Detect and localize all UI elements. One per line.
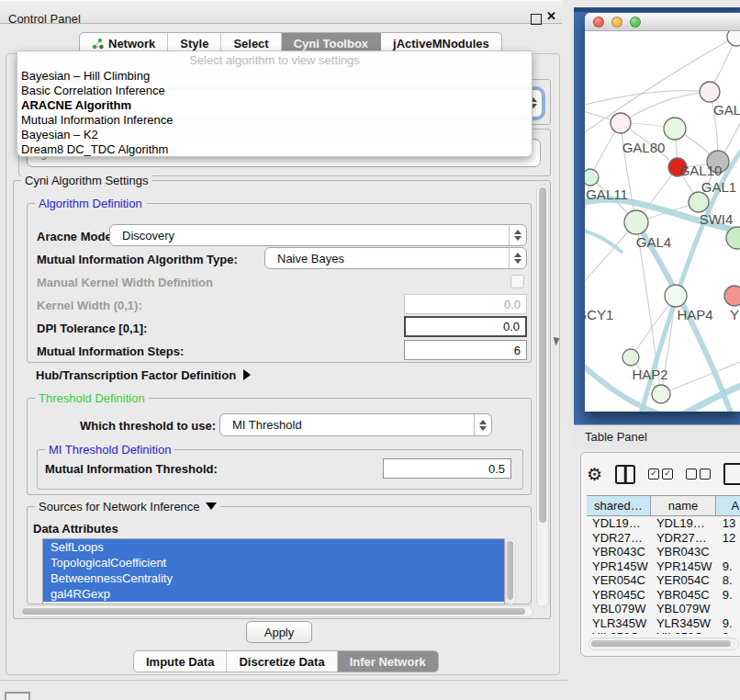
table-cell: YPR145W [587, 559, 651, 574]
hub-definition-label: Hub/Transcription Factor Definition [36, 368, 236, 382]
mi-threshold-field[interactable]: 0.5 [383, 458, 511, 479]
mi-steps-value: 6 [514, 344, 521, 357]
mi-steps-field[interactable]: 6 [404, 340, 527, 360]
settings-vertical-scrollbar[interactable] [536, 185, 549, 607]
apply-button[interactable]: Apply [246, 621, 312, 643]
cyni-settings-title: Cyni Algorithm Settings [21, 174, 151, 187]
table-cell: YLR345W [651, 616, 717, 631]
mi-type-value: Naive Bayes [277, 252, 344, 265]
table-row[interactable]: YDL19…YDL19…13 [587, 516, 740, 531]
checked-boxes-icon[interactable]: ✓✓ [648, 469, 673, 480]
data-attributes-list[interactable]: SelfLoopsTopologicalCoefficientBetweenne… [42, 538, 505, 604]
dropdown-item[interactable]: ARACNE Algorithm [17, 98, 532, 113]
unchecked-boxes-icon[interactable] [686, 469, 711, 480]
dpi-tolerance-label: DPI Tolerance [0,1]: [37, 322, 147, 335]
column-header[interactable]: shared… [587, 496, 651, 515]
table-row[interactable]: YBR043CYBR043C [587, 545, 740, 559]
expand-right-icon [243, 369, 251, 380]
network-edge-thick [585, 229, 622, 252]
tab-impute-data[interactable]: Impute Data [134, 651, 227, 672]
table-toolbar: ⚙ ✓✓ [587, 460, 740, 488]
dropdown-item[interactable]: Dream8 DC_TDC Algorithm [17, 142, 532, 157]
table-row[interactable]: YER054CYER054C8. [587, 573, 740, 588]
network-node-label: GCY1 [585, 307, 613, 322]
dpi-tolerance-field[interactable]: 0.0 [404, 316, 527, 337]
sources-title[interactable]: Sources for Network Inference [35, 500, 220, 514]
table-row[interactable]: YPR145WYPR145W9. [587, 559, 740, 574]
tab-discretize-data[interactable]: Discretize Data [227, 651, 337, 672]
data-attributes-label: Data Attributes [33, 522, 118, 536]
table-cell: 9. [717, 588, 740, 603]
network-window-titlebar[interactable] [585, 13, 740, 31]
network-node-label: Y [730, 307, 739, 322]
network-node [724, 286, 740, 306]
attributes-scrollbar[interactable] [505, 538, 516, 604]
table-cell: YDL19… [587, 516, 651, 531]
table-row[interactable]: YIL052CYIL052C9 [587, 630, 740, 634]
dropdown-item[interactable]: Bayesian – Hill Climbing [17, 69, 532, 84]
network-graph: GAL7GAL80GAL10GAL1SWI4GAL11GAL4GCY1HAP4Y… [585, 31, 740, 412]
hub-definition-toggle[interactable]: Hub/Transcription Factor Definition [36, 367, 251, 383]
mi-threshold-group: MI Threshold Definition Mutual Informati… [37, 449, 523, 490]
split-panel-icon[interactable] [615, 465, 635, 484]
table-cell: YPR145W [651, 559, 717, 574]
column-header[interactable]: A [716, 496, 740, 515]
aracne-mode-combo[interactable]: Discovery [109, 224, 527, 246]
close-traffic-light-icon[interactable] [593, 17, 604, 28]
mi-type-combo[interactable]: Naive Bayes [264, 247, 527, 269]
table-horizontal-scrollbar[interactable] [589, 638, 739, 650]
table-row[interactable]: YBR045CYBR045C9. [587, 588, 740, 603]
kernel-width-field[interactable]: 0.0 [404, 294, 527, 314]
panel-bottom-divider [0, 680, 567, 681]
mi-threshold-value: 0.5 [488, 462, 505, 476]
tab-infer-network[interactable]: Infer Network [338, 651, 438, 672]
gear-icon[interactable]: ⚙ [587, 466, 602, 483]
table-cell: YBR043C [587, 545, 651, 559]
table-row[interactable]: YLR345WYLR345W9. [587, 616, 740, 631]
minimized-panel-icon[interactable] [5, 692, 30, 700]
table-cell: YBR045C [587, 588, 651, 603]
mi-type-label: Mutual Information Algorithm Type: [37, 253, 238, 266]
threshold-definition-group: Threshold Definition Which threshold to … [27, 398, 532, 495]
network-node-label: HAP2 [632, 367, 667, 382]
zoom-traffic-light-icon[interactable] [630, 17, 641, 28]
algorithm-dropdown-popup: Select algorithm to view settings Bayesi… [17, 51, 533, 157]
table-cell [717, 602, 740, 616]
document-icon[interactable] [723, 463, 740, 485]
float-window-icon[interactable] [531, 14, 542, 25]
which-threshold-combo[interactable]: MI Threshold [219, 413, 492, 436]
network-canvas[interactable]: GAL7GAL80GAL10GAL1SWI4GAL11GAL4GCY1HAP4Y… [585, 31, 740, 412]
network-node-label: SWI4 [700, 211, 734, 227]
table-row[interactable]: YBL079WYBL079W [587, 602, 740, 616]
close-icon[interactable]: ✕ [546, 9, 556, 23]
minimize-traffic-light-icon[interactable] [611, 17, 622, 28]
network-node [665, 285, 687, 307]
attribute-item-selected[interactable]: SelfLoops [43, 539, 504, 555]
table-cell: 9 [717, 630, 740, 634]
table-rows[interactable]: YDL19…YDL19…13YDR27…YDR27…12YBR043CYBR04… [587, 516, 740, 634]
threshold-definition-title: Threshold Definition [35, 391, 149, 405]
table-row[interactable]: YDR27…YDR27…12 [587, 531, 740, 546]
network-node-label: GAL11 [586, 186, 628, 202]
bottom-tab-bar: Impute DataDiscretize DataInfer Network [133, 650, 439, 672]
attribute-item-selected[interactable]: gal4RGexp [43, 586, 504, 602]
settings-horizontal-scrollbar[interactable] [19, 605, 533, 617]
table-cell: YER054C [651, 573, 717, 588]
attribute-item-selected[interactable]: TopologicalCoefficient [43, 555, 504, 570]
mi-threshold-title: MI Threshold Definition [45, 443, 174, 457]
dropdown-placeholder: Select algorithm to view settings [17, 51, 532, 69]
table-header-row[interactable]: shared…nameA [587, 495, 740, 516]
column-header[interactable]: name [651, 496, 717, 515]
application-root: Control Panel ✕ NetworkStyleSelectCyni T… [0, 0, 740, 700]
table-cell: 8. [717, 573, 740, 588]
dropdown-item[interactable]: Mutual Information Inference [17, 113, 532, 128]
sources-group: Sources for Network Inference Data Attri… [27, 506, 532, 604]
network-edge [585, 91, 710, 105]
sources-title-text: Sources for Network Inference [39, 500, 200, 514]
table-cell: YBL079W [651, 602, 717, 616]
dropdown-item[interactable]: Bayesian – K2 [17, 128, 532, 142]
dropdown-item[interactable]: Basic Correlation Inference [17, 84, 532, 98]
attribute-item-selected[interactable]: BetweennessCentrality [43, 570, 504, 586]
manual-kernel-checkbox[interactable] [510, 275, 524, 288]
network-node [622, 349, 639, 366]
